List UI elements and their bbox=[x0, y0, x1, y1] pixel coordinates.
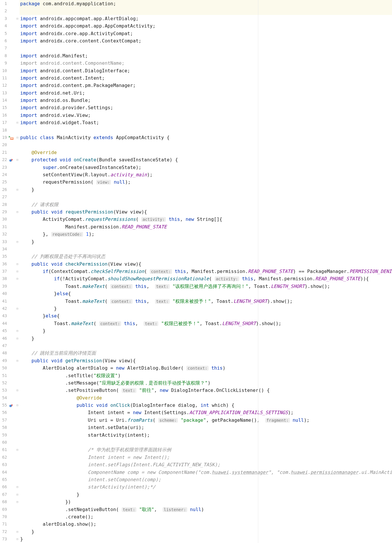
override-method-icon[interactable] bbox=[9, 158, 13, 162]
code-line[interactable]: @Override bbox=[20, 394, 392, 402]
line-number[interactable]: 31 bbox=[0, 223, 7, 230]
line-number[interactable]: 4 bbox=[0, 22, 7, 30]
code-line[interactable]: } bbox=[20, 491, 392, 498]
line-number[interactable]: 63 bbox=[0, 461, 7, 468]
code-line[interactable]: }, requestCode: 1); bbox=[20, 230, 392, 238]
line-number[interactable]: 2 bbox=[0, 7, 7, 15]
fold-toggle[interactable]: ⊟ bbox=[15, 156, 20, 163]
line-number[interactable]: 35 bbox=[0, 253, 7, 260]
line-number[interactable]: 13 bbox=[0, 89, 7, 97]
code-editor[interactable]: 1234567891011121314151617181920212223242… bbox=[0, 0, 392, 543]
code-line[interactable]: super.onCreate(savedInstanceState); bbox=[20, 164, 392, 171]
line-number[interactable]: 69 bbox=[0, 506, 7, 513]
code-line[interactable] bbox=[20, 193, 392, 201]
code-line[interactable]: } bbox=[20, 528, 392, 535]
code-line[interactable]: } bbox=[20, 335, 392, 342]
code-line[interactable]: } bbox=[20, 535, 392, 543]
line-number[interactable]: 46 bbox=[0, 335, 7, 342]
line-number[interactable]: 16 bbox=[0, 112, 7, 119]
line-number[interactable]: 9 bbox=[0, 59, 7, 67]
code-line[interactable]: intent.setComponent(comp); bbox=[20, 476, 392, 483]
code-line[interactable]: import android.content.Intent; bbox=[20, 74, 392, 82]
line-number[interactable]: 27 bbox=[0, 193, 7, 201]
code-line[interactable]: import android.net.Uri; bbox=[20, 89, 392, 97]
line-number-gutter[interactable]: 1234567891011121314151617181920212223242… bbox=[0, 0, 8, 543]
fold-toggle[interactable]: ⊟ bbox=[15, 186, 20, 193]
code-line[interactable]: protected void onCreate(Bundle savedInst… bbox=[20, 156, 392, 163]
code-line[interactable]: Intent intent = new Intent(Settings.ACTI… bbox=[20, 409, 392, 416]
line-number[interactable]: 23 bbox=[0, 164, 7, 171]
line-number[interactable]: 42 bbox=[0, 305, 7, 312]
fold-toggle[interactable]: ⊟ bbox=[15, 535, 20, 543]
fold-toggle[interactable]: ⊟ bbox=[15, 357, 20, 364]
gutter-icon-cell[interactable] bbox=[8, 134, 15, 141]
code-line[interactable]: alertDialog.show(); bbox=[20, 520, 392, 528]
fold-toggle[interactable]: ⊟ bbox=[15, 335, 20, 342]
line-number[interactable]: 17 bbox=[0, 119, 7, 126]
line-number[interactable]: 71 bbox=[0, 520, 7, 528]
line-number[interactable]: 45 bbox=[0, 327, 7, 334]
code-line[interactable]: intent.setData(uri); bbox=[20, 424, 392, 431]
code-line[interactable] bbox=[20, 439, 392, 446]
line-number[interactable]: 39 bbox=[0, 283, 7, 290]
code-line[interactable]: Intent intent = new Intent(); bbox=[20, 454, 392, 461]
code-line[interactable]: .setMessage("应用缺乏必要的权限，是否前往手动授予该权限？") bbox=[20, 379, 392, 387]
code-line[interactable] bbox=[20, 45, 392, 52]
code-line[interactable] bbox=[20, 245, 392, 253]
code-line[interactable]: import android.os.Bundle; bbox=[20, 97, 392, 104]
line-number[interactable]: 44 bbox=[0, 320, 7, 327]
code-line[interactable]: AlertDialog alertDialog = new AlertDialo… bbox=[20, 364, 392, 372]
fold-toggle[interactable]: ⊟ bbox=[15, 238, 20, 245]
fold-toggle[interactable]: ⊟ bbox=[15, 260, 20, 268]
code-line[interactable]: import androidx.core.content.ContextComp… bbox=[20, 37, 392, 45]
fold-toggle[interactable]: ⊟ bbox=[15, 275, 20, 282]
line-number[interactable]: 65 bbox=[0, 476, 7, 483]
line-number[interactable]: 36 bbox=[0, 260, 7, 268]
line-number[interactable]: 26 bbox=[0, 186, 7, 193]
code-line[interactable]: .setPositiveButton( text: "前往", new Dial… bbox=[20, 387, 392, 394]
code-line[interactable]: public void requestPermission(View view)… bbox=[20, 208, 392, 216]
code-line[interactable]: } bbox=[20, 327, 392, 334]
code-line[interactable]: Uri uri = Uri.fromParts( scheme: "packag… bbox=[20, 416, 392, 424]
gutter-icon-cell[interactable] bbox=[8, 156, 15, 163]
line-number[interactable]: 58 bbox=[0, 424, 7, 431]
code-line[interactable]: } bbox=[20, 305, 392, 312]
gutter-icon-cell[interactable] bbox=[8, 402, 15, 409]
line-number[interactable]: 34 bbox=[0, 245, 7, 253]
code-line[interactable]: Toast.makeText( context: this, text: "权限… bbox=[20, 298, 392, 305]
line-number[interactable]: 21 bbox=[0, 149, 7, 156]
line-number[interactable]: 49 bbox=[0, 357, 7, 364]
line-number[interactable]: 60 bbox=[0, 439, 7, 446]
code-line[interactable]: ComponentName comp = new ComponentName("… bbox=[20, 469, 392, 476]
line-number[interactable]: 47 bbox=[0, 342, 7, 349]
line-number[interactable]: 20 bbox=[0, 141, 7, 148]
line-number[interactable]: 10 bbox=[0, 67, 7, 74]
line-number[interactable]: 59 bbox=[0, 431, 7, 439]
fold-toggle[interactable]: ⊟ bbox=[15, 134, 20, 141]
code-line[interactable] bbox=[20, 127, 392, 134]
code-line[interactable] bbox=[20, 141, 392, 148]
code-line[interactable]: // 跳转至当前应用的详情页面 bbox=[20, 349, 392, 357]
run-class-icon[interactable] bbox=[8, 136, 14, 140]
override-method-icon[interactable] bbox=[9, 403, 13, 407]
code-line[interactable]: intent.setFlags(Intent.FLAG_ACTIVITY_NEW… bbox=[20, 461, 392, 468]
line-number[interactable]: 3 bbox=[0, 15, 7, 22]
line-number[interactable]: 54 bbox=[0, 394, 7, 402]
line-number[interactable]: 7 bbox=[0, 45, 7, 52]
line-number[interactable]: 19 bbox=[0, 134, 7, 141]
fold-toggle[interactable]: ⊟ bbox=[15, 327, 20, 334]
line-number[interactable]: 56 bbox=[0, 409, 7, 416]
line-number[interactable]: 38 bbox=[0, 275, 7, 282]
fold-toggle[interactable]: ⊟ bbox=[15, 528, 20, 535]
line-number[interactable]: 53 bbox=[0, 387, 7, 394]
line-number[interactable]: 25 bbox=[0, 178, 7, 186]
fold-toggle[interactable]: ⊟ bbox=[15, 446, 20, 453]
line-number[interactable]: 8 bbox=[0, 52, 7, 59]
line-number[interactable]: 48 bbox=[0, 349, 7, 357]
code-line[interactable]: Toast.makeText( context: this, text: "权限… bbox=[20, 320, 392, 327]
code-line[interactable]: import androidx.appcompat.app.AppCompatA… bbox=[20, 22, 392, 30]
code-line[interactable]: public void checkPermission(View view){ bbox=[20, 260, 392, 268]
line-number[interactable]: 33 bbox=[0, 238, 7, 245]
code-line[interactable]: Toast.makeText( context: this, text: "该权… bbox=[20, 283, 392, 290]
line-number[interactable]: 40 bbox=[0, 290, 7, 297]
